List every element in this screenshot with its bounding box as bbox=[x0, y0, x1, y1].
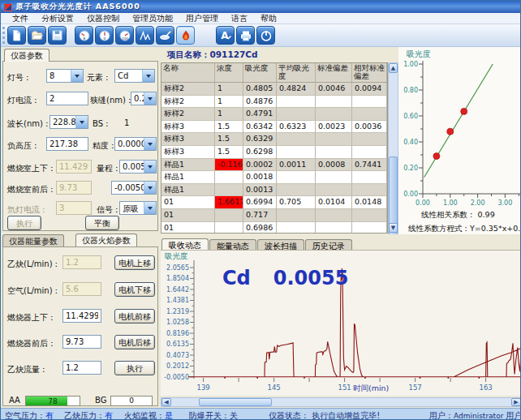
tab-instrument-params[interactable]: 仪器参数 bbox=[4, 49, 50, 62]
chevron-down-icon[interactable] bbox=[71, 70, 83, 82]
bg-energy-value: 0 bbox=[110, 396, 153, 406]
hv-input[interactable] bbox=[46, 137, 88, 151]
flame-row-button[interactable]: 电机后移 bbox=[114, 335, 155, 349]
flame-row-input[interactable] bbox=[62, 361, 101, 375]
menu-instrument-control[interactable]: 仪器控制 bbox=[80, 13, 126, 24]
table-row[interactable]: 标样210.4876 bbox=[161, 96, 387, 109]
table-cell: 1 bbox=[215, 83, 243, 96]
scroll-right-icon[interactable]: ▶ bbox=[511, 398, 521, 406]
printer-button[interactable] bbox=[236, 26, 255, 45]
svg-text:1.8504: 1.8504 bbox=[166, 275, 189, 282]
range-select[interactable]: 0.0050 bbox=[119, 160, 157, 174]
save-button[interactable] bbox=[48, 26, 67, 45]
table-scrollbar[interactable]: ▲ ▼ bbox=[388, 62, 398, 234]
col-avg-absorbance[interactable]: 平均吸光度 bbox=[277, 63, 316, 82]
table-row[interactable]: 标样210.4791 bbox=[161, 108, 387, 121]
balance-button[interactable]: 平衡 bbox=[85, 216, 119, 230]
energy-gauge-button[interactable]: 0 bbox=[95, 26, 114, 45]
scroll-left-icon[interactable]: ◀ bbox=[161, 398, 171, 406]
table-row[interactable]: 标样210.48050.48240.00460.0094 bbox=[161, 83, 387, 96]
table-cell bbox=[277, 222, 316, 234]
table-row[interactable]: 010.717 bbox=[161, 209, 387, 222]
table-row[interactable]: 样品10.0013 bbox=[161, 184, 387, 197]
table-row[interactable]: 样品1-0.11640.00020.00110.00080.7441 bbox=[161, 159, 387, 172]
table-row[interactable]: 标样31.50.6298 bbox=[161, 146, 387, 159]
chevron-down-icon[interactable] bbox=[144, 161, 156, 173]
col-name[interactable]: 名称 bbox=[161, 63, 215, 82]
table-cell bbox=[352, 146, 387, 159]
menu-file[interactable]: 文件 bbox=[6, 13, 35, 24]
table-cell: 1.6617 bbox=[215, 196, 243, 209]
flame-row-input bbox=[62, 255, 101, 269]
slit-select[interactable]: 0.2 bbox=[131, 92, 157, 105]
col-std-dev[interactable]: 标准偏差 bbox=[316, 63, 352, 82]
svg-text:1.00: 1.00 bbox=[403, 61, 418, 68]
col-rel-std-dev[interactable]: 相对标准偏差 bbox=[352, 63, 387, 82]
flame-row-button[interactable]: 电机上移 bbox=[114, 255, 155, 270]
chevron-down-icon[interactable] bbox=[144, 202, 156, 214]
chevron-down-icon[interactable] bbox=[75, 116, 88, 128]
table-cell: 0.705 bbox=[277, 196, 316, 209]
menu-admin-functions[interactable]: 管理员功能 bbox=[126, 13, 179, 24]
chevron-down-icon[interactable] bbox=[144, 138, 156, 150]
lamp-gauge-button[interactable]: 8 bbox=[75, 26, 93, 45]
autosampler-button[interactable]: A bbox=[216, 26, 235, 45]
chevron-down-icon[interactable] bbox=[144, 92, 156, 105]
table-cell: 0.0013 bbox=[243, 184, 277, 197]
col-absorbance[interactable]: 吸光度 bbox=[243, 63, 277, 82]
table-cell bbox=[277, 171, 316, 184]
col-concentration[interactable]: 浓度 bbox=[215, 63, 243, 82]
table-row[interactable]: 标样31.50.6329 bbox=[161, 133, 387, 146]
table-row[interactable]: 标样31.50.63420.63230.00230.0036 bbox=[161, 121, 387, 134]
title-bar[interactable]: 原子吸收分光光度计 AAS6000 bbox=[1, 1, 521, 13]
power-button[interactable] bbox=[256, 26, 275, 45]
range2-select[interactable]: -0.0050 bbox=[111, 181, 157, 195]
peak-scan-button[interactable] bbox=[136, 26, 154, 45]
tab-energy-params[interactable]: 仪器能量参数 bbox=[2, 234, 64, 246]
element-select[interactable]: Cd bbox=[114, 69, 155, 83]
flame-row-button[interactable]: 执行 bbox=[114, 361, 155, 375]
open-file-button[interactable] bbox=[28, 26, 46, 45]
burner-adjust-icon bbox=[159, 29, 172, 42]
menu-analysis-settings[interactable]: 分析设置 bbox=[35, 13, 80, 24]
table-cell bbox=[352, 108, 387, 121]
lamp-no-select[interactable]: 8 bbox=[46, 69, 84, 83]
window-title: 原子吸收分光光度计 AAS6000 bbox=[15, 2, 140, 12]
dynamics-tabs: 吸收动态能量动态波长扫描历史记录 bbox=[161, 236, 353, 250]
svg-text:0.6135: 0.6135 bbox=[166, 341, 189, 348]
table-row[interactable]: 011.66170.69940.7050.01040.0148 bbox=[161, 196, 387, 209]
tab-flame-params[interactable]: 仪器火焰参数 bbox=[75, 234, 137, 246]
flame-row-input[interactable] bbox=[62, 309, 101, 323]
dynamics-scrollbar[interactable]: ◀ ▶ bbox=[161, 397, 521, 407]
table-row[interactable]: 样品10.0018 bbox=[161, 171, 387, 184]
project-name: 项目名称：091127Cd bbox=[167, 49, 258, 61]
chevron-down-icon[interactable] bbox=[144, 182, 156, 194]
table-cell bbox=[316, 184, 352, 197]
table-row[interactable]: 010.6986 bbox=[161, 222, 387, 234]
gain-gauge-button[interactable]: 100 bbox=[115, 26, 134, 45]
lamp-current-input[interactable] bbox=[46, 92, 88, 105]
flame-row-button[interactable]: 电机前移 bbox=[114, 309, 155, 324]
chevron-down-icon[interactable] bbox=[142, 70, 154, 82]
status-air-pressure: 空气压力：有 bbox=[5, 410, 54, 420]
table-cell: 0.6323 bbox=[277, 121, 316, 134]
dynamics-scroll-thumb[interactable] bbox=[199, 398, 272, 406]
flame-row-button[interactable]: 电机下移 bbox=[114, 282, 155, 297]
signal-select[interactable]: 原吸 bbox=[119, 201, 157, 215]
execute-button[interactable]: 执行 bbox=[7, 216, 41, 230]
element-label: 元素： bbox=[87, 72, 111, 84]
scroll-up-icon[interactable]: ▲ bbox=[389, 63, 398, 73]
wavelength-select[interactable]: 228.8 bbox=[50, 115, 88, 129]
autosampler-icon: A bbox=[219, 29, 232, 42]
flame-row-input[interactable] bbox=[62, 335, 101, 349]
menu-language[interactable]: 语言 bbox=[225, 13, 254, 24]
scroll-down-icon[interactable]: ▼ bbox=[389, 223, 398, 233]
table-cell: 1 bbox=[215, 108, 243, 121]
new-file-button[interactable] bbox=[7, 26, 26, 45]
burner-adjust-button[interactable] bbox=[156, 26, 174, 45]
menu-help[interactable]: 帮助 bbox=[254, 13, 283, 24]
new-file-icon bbox=[11, 29, 23, 41]
flame-ignite-button[interactable] bbox=[176, 26, 195, 45]
menu-user-management[interactable]: 用户管理 bbox=[179, 13, 225, 24]
precision-select[interactable]: 0.0000 bbox=[114, 137, 157, 151]
